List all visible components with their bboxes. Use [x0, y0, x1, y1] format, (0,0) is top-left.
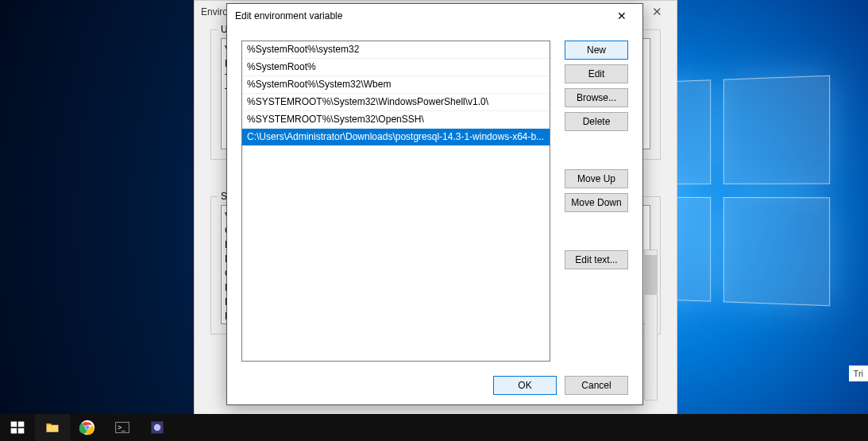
terminal-taskbar-icon[interactable]: >_ — [105, 414, 140, 441]
windows-icon — [10, 420, 25, 435]
edit-text-button[interactable]: Edit text... — [565, 250, 628, 269]
path-entry[interactable]: %SystemRoot%\System32\Wbem — [242, 76, 550, 94]
terminal-icon: >_ — [114, 420, 130, 435]
chrome-icon — [79, 420, 95, 435]
folder-icon — [44, 420, 60, 435]
app-taskbar-icon[interactable] — [140, 414, 175, 441]
edit-dialog-title: Edit environment variable — [235, 10, 342, 21]
generic-app-icon — [149, 420, 165, 435]
ok-button[interactable]: OK — [493, 376, 557, 395]
close-icon[interactable]: ✕ — [644, 5, 670, 19]
path-entry[interactable]: %SystemRoot%\system32 — [242, 41, 550, 59]
svg-point-7 — [86, 426, 88, 428]
cancel-button[interactable]: Cancel — [565, 376, 628, 395]
chrome-taskbar-icon[interactable] — [70, 414, 105, 441]
env-dialog-title: Enviro — [201, 6, 228, 17]
scrollbar-thumb[interactable] — [645, 255, 657, 295]
path-entries-list[interactable]: %SystemRoot%\system32 %SystemRoot% %Syst… — [241, 41, 550, 362]
svg-rect-1 — [18, 422, 25, 427]
button-column: New Edit Browse... Delete Move Up Move D… — [565, 41, 628, 362]
move-up-button[interactable]: Move Up — [565, 169, 628, 188]
new-button[interactable]: New — [565, 41, 628, 60]
svg-text:>_: >_ — [118, 424, 125, 431]
taskbar[interactable]: >_ — [0, 414, 868, 441]
svg-rect-2 — [11, 428, 17, 434]
file-explorer-taskbar-icon[interactable] — [35, 414, 70, 441]
browse-button[interactable]: Browse... — [565, 88, 628, 107]
svg-rect-0 — [11, 422, 17, 427]
delete-button[interactable]: Delete — [565, 112, 628, 131]
close-icon[interactable]: ✕ — [606, 6, 638, 25]
start-button[interactable] — [0, 414, 35, 441]
svg-point-11 — [154, 424, 160, 431]
path-entry[interactable]: %SystemRoot% — [242, 59, 550, 76]
path-entry[interactable]: %SYSTEMROOT%\System32\OpenSSH\ — [242, 111, 550, 129]
scrollbar[interactable] — [644, 250, 658, 400]
watermark-label: Tri — [849, 366, 868, 381]
path-entry[interactable]: %SYSTEMROOT%\System32\WindowsPowerShell\… — [242, 94, 550, 111]
move-down-button[interactable]: Move Down — [565, 193, 628, 212]
path-entry-selected[interactable]: C:\Users\Administrator\Downloads\postgre… — [242, 129, 550, 146]
edit-environment-variable-dialog: Edit environment variable ✕ %SystemRoot%… — [226, 3, 643, 405]
svg-rect-3 — [18, 428, 25, 434]
edit-button[interactable]: Edit — [565, 64, 628, 83]
